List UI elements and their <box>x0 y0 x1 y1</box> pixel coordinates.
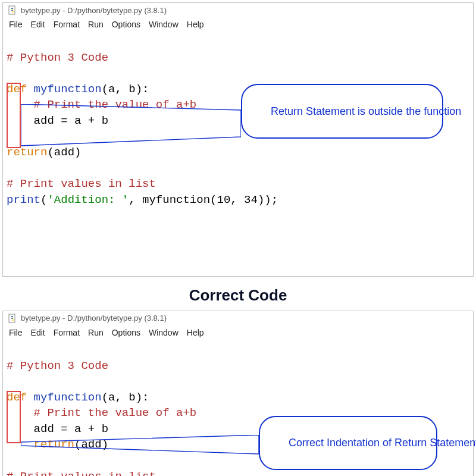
code-return-arg: (add) <box>74 438 108 451</box>
menu-help[interactable]: Help <box>187 20 204 29</box>
menu-edit[interactable]: Edit <box>31 328 45 337</box>
code-comment: # Python 3 Code <box>7 51 108 64</box>
window-title: bytetype.py - D:/python/bytetype.py (3.8… <box>21 314 167 322</box>
code-func-name: myfunction <box>27 391 101 404</box>
code-comment: # Print values in list <box>7 177 156 190</box>
code-assign: add = a + b <box>7 114 108 127</box>
menu-options[interactable]: Options <box>112 328 140 337</box>
titlebar: bytetype.py - D:/python/bytetype.py (3.8… <box>3 3 473 17</box>
menu-window[interactable]: Window <box>149 20 178 29</box>
menu-run[interactable]: Run <box>88 328 104 337</box>
code-args: (a, b): <box>102 83 149 96</box>
menu-help[interactable]: Help <box>187 328 204 337</box>
idle-window-correct: bytetype.py - D:/python/bytetype.py (3.8… <box>2 311 474 476</box>
code-comment: # Print the value of a+b <box>7 406 196 419</box>
code-func-name: myfunction <box>27 83 101 96</box>
menu-format[interactable]: Format <box>54 20 80 29</box>
menu-edit[interactable]: Edit <box>31 20 45 29</box>
menu-file[interactable]: File <box>9 328 23 337</box>
code-editor-correct[interactable]: # Python 3 Code def myfunction(a, b): # … <box>3 341 473 476</box>
idle-window-incorrect: bytetype.py - D:/python/bytetype.py (3.8… <box>2 2 474 277</box>
callout-return-outside: Return Statement is outside the function <box>241 84 443 139</box>
python-file-icon <box>8 5 17 15</box>
code-comment: # Python 3 Code <box>7 359 108 372</box>
code-keyword-return: return <box>7 146 47 159</box>
code-builtin-print: print <box>7 193 40 206</box>
code-return-arg: (add) <box>47 146 81 159</box>
menu-window[interactable]: Window <box>149 328 178 337</box>
callout-correct-indent: Correct Indentation of Return Statement <box>259 416 437 471</box>
menubar: File Edit Format Run Options Window Help <box>3 17 473 33</box>
section-heading: Correct Code <box>0 286 476 305</box>
code-args: (a, b): <box>102 391 149 404</box>
menu-options[interactable]: Options <box>112 20 140 29</box>
code-keyword-def: def <box>7 391 27 404</box>
python-file-icon <box>8 314 17 323</box>
menubar: File Edit Format Run Options Window Help <box>3 325 473 341</box>
code-keyword-return: return <box>7 438 74 451</box>
code-editor-incorrect[interactable]: # Python 3 Code def myfunction(a, b): # … <box>3 33 473 276</box>
code-comment: # Print values in list <box>7 470 156 476</box>
code-string: 'Addition: ' <box>47 193 129 206</box>
menu-format[interactable]: Format <box>54 328 80 337</box>
code-keyword-def: def <box>7 83 27 96</box>
menu-file[interactable]: File <box>9 20 23 29</box>
menu-run[interactable]: Run <box>88 20 104 29</box>
code-assign: add = a + b <box>7 422 108 436</box>
window-title: bytetype.py - D:/python/bytetype.py (3.8… <box>21 6 167 15</box>
titlebar: bytetype.py - D:/python/bytetype.py (3.8… <box>3 311 473 325</box>
code-comment: # Print the value of a+b <box>7 98 196 111</box>
